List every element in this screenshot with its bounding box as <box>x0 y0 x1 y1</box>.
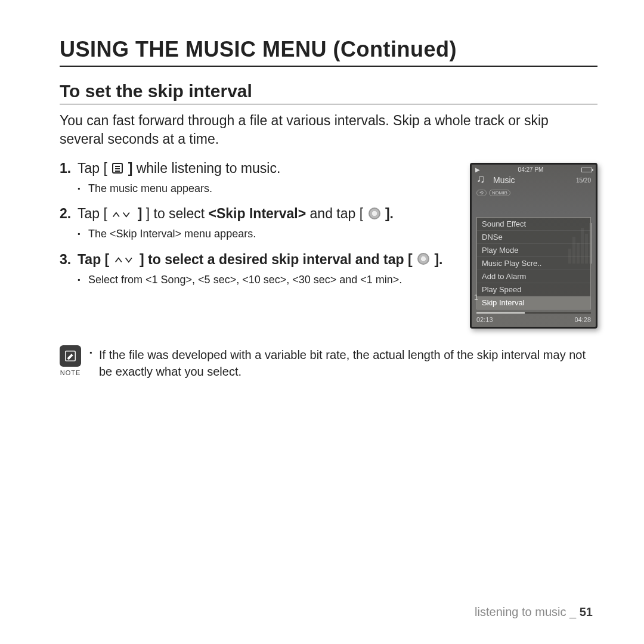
repeat-icon: ⟲ <box>476 190 487 196</box>
step-2: Tap [ ] ] to select <Skip Interval> and … <box>60 205 456 242</box>
step-1-post-bracket: ] <box>128 160 133 176</box>
device-tag: NDMIB <box>489 190 510 196</box>
device-left-number: 1 <box>474 293 478 302</box>
intro-paragraph: You can fast forward through a file at v… <box>60 112 549 148</box>
step-2-mid1: ] to select <box>146 206 209 221</box>
menu-icon <box>112 163 123 174</box>
step-2-post: ]. <box>385 206 394 221</box>
battery-icon <box>581 168 592 172</box>
step-1-sub: The music menu appears. <box>78 181 456 196</box>
note-badge: NOTE <box>60 345 81 376</box>
note-text: If the file was developed with a variabl… <box>89 345 597 380</box>
step-2-mid2: and tap [ <box>310 206 364 221</box>
up-down-icon <box>114 255 135 265</box>
ok-icon <box>369 208 380 219</box>
device-menu-item: Add to Alarm <box>477 270 590 283</box>
step-3-sub: Select from <1 Song>, <5 sec>, <10 sec>,… <box>78 273 456 287</box>
step-2-sub: The <Skip Interval> menu appears. <box>78 227 456 242</box>
device-time-total: 04:28 <box>574 316 591 323</box>
ok-icon <box>417 253 429 265</box>
note-icon <box>60 345 81 367</box>
device-screenshot: ▶ 04:27 PM Music 15/20 ⟲ NDMIB Sound Eff… <box>470 163 597 329</box>
page-footer: listening to music _ 51 <box>475 605 593 619</box>
step-3-mid: ] to select a desired skip interval and … <box>140 252 413 267</box>
up-down-icon <box>112 210 132 219</box>
step-1-post: while listening to music. <box>137 160 281 176</box>
step-3: Tap [ ] to select a desired skip interva… <box>60 250 456 287</box>
footer-chapter: listening to music <box>475 605 566 618</box>
step-1: Tap [ ] while listening to music. The mu… <box>60 159 456 196</box>
device-menu-item: Sound Effect <box>477 218 590 231</box>
step-list: Tap [ ] while listening to music. The mu… <box>60 159 456 287</box>
page-title: USING THE MUSIC MENU (Continued) <box>60 37 597 67</box>
step-3-pre: Tap [ <box>78 252 109 267</box>
note-label: NOTE <box>60 369 81 376</box>
device-track-count: 15/20 <box>576 177 591 184</box>
step-3-post: ]. <box>434 252 442 267</box>
step-2-bold: <Skip Interval> <box>209 206 306 221</box>
device-time-elapsed: 02:13 <box>476 316 493 323</box>
music-note-icon <box>476 174 490 186</box>
device-menu-item: DNSe <box>477 231 590 244</box>
device-header-label: Music <box>493 175 515 185</box>
device-menu-item: Skip Interval <box>477 296 590 309</box>
device-menu-item: Play Mode <box>477 244 590 257</box>
footer-page-number: 51 <box>580 605 593 618</box>
section-title: To set the skip interval <box>60 81 597 104</box>
device-time: 04:27 PM <box>518 166 544 173</box>
device-menu: Sound EffectDNSePlay ModeMusic Play Scre… <box>476 217 591 309</box>
step-2-pre: Tap [ <box>78 206 107 221</box>
device-menu-item: Music Play Scre.. <box>477 257 590 270</box>
device-progress-bar <box>476 312 591 314</box>
device-menu-item: Play Speed <box>477 283 590 296</box>
step-1-pre: Tap [ <box>78 160 107 176</box>
